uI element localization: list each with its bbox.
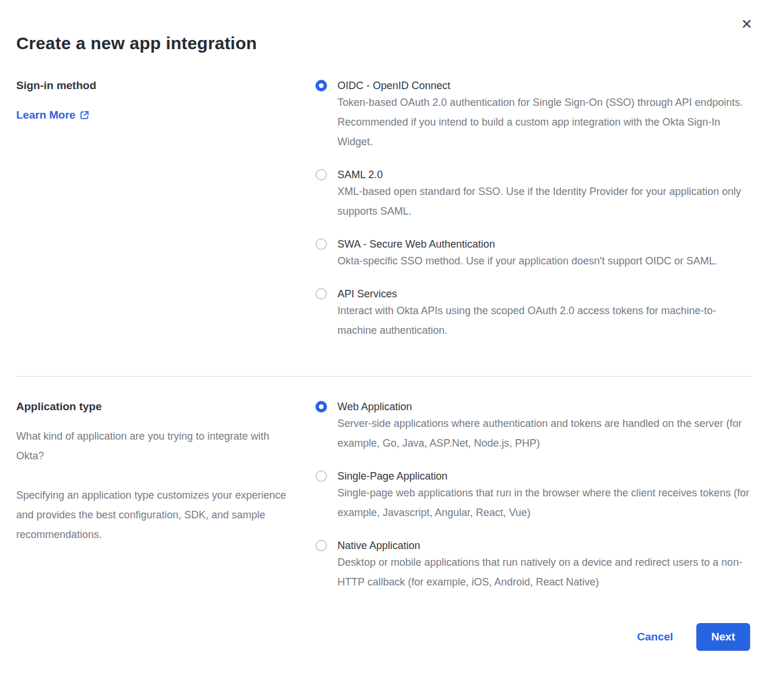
apptype-option-spa-label: Single-Page Application [337,469,447,483]
apptype-option-web-description: Server-side applications where authentic… [337,414,750,453]
signin-option-oidc-row[interactable]: OIDC - OpenID Connect [315,79,750,93]
apptype-option-native-description: Desktop or mobile applications that run … [337,552,750,592]
dialog-title: Create a new app integration [16,32,748,54]
apptype-option-native-label: Native Application [337,539,420,552]
cancel-button[interactable]: Cancel [637,631,673,643]
apptype-option-spa-description: Single-page web applications that run in… [337,483,750,522]
signin-option-swa: SWA - Secure Web Authentication Okta-spe… [315,237,750,271]
signin-option-saml-description: XML-based open standard for SSO. Use if … [337,182,750,221]
signin-option-swa-label: SWA - Secure Web Authentication [337,237,495,251]
next-button[interactable]: Next [696,623,750,651]
apptype-option-spa-row[interactable]: Single-Page Application [315,469,750,483]
application-type-label: Application type [16,400,315,414]
radio-saml[interactable] [315,169,327,180]
signin-option-swa-description: Okta-specific SSO method. Use if your ap… [337,251,750,271]
radio-oidc[interactable] [315,80,327,91]
dialog-footer: Cancel Next [0,623,771,651]
apptype-option-native-row[interactable]: Native Application [315,539,750,552]
learn-more-link[interactable]: Learn More [16,109,89,121]
learn-more-label: Learn More [16,109,75,121]
signin-option-oidc-description: Token-based OAuth 2.0 authentication for… [337,93,750,152]
signin-method-label: Sign-in method [16,79,315,93]
signin-option-api-services-description: Interact with Okta APIs using the scoped… [337,301,750,340]
apptype-option-native: Native Application Desktop or mobile app… [315,539,750,592]
signin-method-section: Sign-in method Learn More OIDC - OpenID … [0,79,771,340]
close-icon[interactable]: ✕ [741,17,752,31]
signin-option-saml-row[interactable]: SAML 2.0 [315,168,750,182]
application-type-question: What kind of application are you trying … [16,426,294,466]
signin-option-oidc-label: OIDC - OpenID Connect [337,79,450,93]
radio-api-services[interactable] [315,288,327,300]
apptype-option-web-row[interactable]: Web Application [315,400,750,414]
signin-option-api-services-label: API Services [337,287,397,301]
radio-single-page-application[interactable] [315,470,327,482]
radio-web-application[interactable] [315,401,327,412]
radio-swa[interactable] [315,238,327,250]
signin-option-api-services: API Services Interact with Okta APIs usi… [315,287,750,340]
signin-option-saml: SAML 2.0 XML-based open standard for SSO… [315,168,750,221]
signin-option-swa-row[interactable]: SWA - Secure Web Authentication [315,237,750,251]
apptype-option-web: Web Application Server-side applications… [315,400,750,453]
application-type-section: Application type What kind of applicatio… [0,400,771,592]
application-type-explainer: Specifying an application type customize… [16,485,294,544]
apptype-option-spa: Single-Page Application Single-page web … [315,469,750,522]
section-divider [16,376,752,377]
external-link-icon [80,110,89,120]
radio-native-application[interactable] [315,540,327,551]
signin-option-oidc: OIDC - OpenID Connect Token-based OAuth … [315,79,750,152]
apptype-option-web-label: Web Application [337,400,412,414]
signin-option-saml-label: SAML 2.0 [337,168,383,182]
signin-option-api-services-row[interactable]: API Services [315,287,750,301]
